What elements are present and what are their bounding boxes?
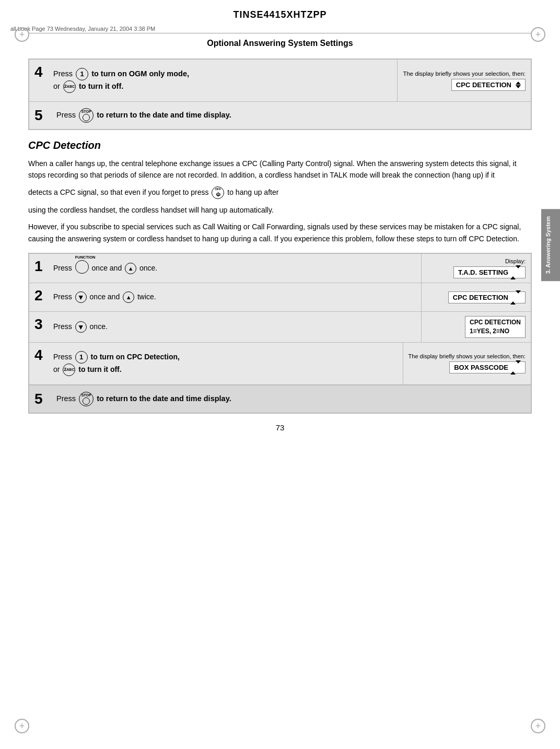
main-content: 4 Press 1 to turn on OGM only mode, or 2…	[28, 58, 532, 414]
btn-nav-down-3[interactable]: ▼	[75, 321, 87, 333]
cpc-step1-text: Press FUNCTION once and ▲ once.	[51, 254, 421, 283]
cpc-step2-screen: CPC DETECTION	[448, 291, 526, 303]
cpc-step3-display: CPC DETECTION 1=YES, 2=NO	[421, 312, 531, 342]
arrow-icon-step2	[510, 294, 521, 301]
upper-step4-screen-text: CPC DETECTION	[456, 81, 511, 89]
cpc-step2-instruction: Press ▼ once and ▲ twice.	[53, 291, 417, 303]
stop-label-cpc: STOP	[81, 393, 91, 397]
upper-step5-text: to return to the date and time display.	[97, 111, 231, 119]
step1-once-and: once and	[92, 263, 124, 272]
upper-step4-content: Press 1 to turn on OGM only mode, or 2AB…	[51, 60, 397, 101]
cpc-steps-box: 1 Press FUNCTION once and ▲ once. D	[28, 253, 532, 414]
upper-step4-display-label: The display briefly shows your selection…	[403, 71, 526, 77]
corner-mark-tl	[15, 27, 29, 42]
arrow-up-s1	[510, 268, 516, 279]
stop-label-text: STOP	[81, 110, 91, 113]
btn-stop-upper[interactable]: STOP	[79, 108, 94, 123]
upper-step5-content: Press STOP to return to the date and tim…	[56, 108, 231, 123]
cpc-step1-number: 1	[29, 254, 51, 283]
arrow-down-s4	[516, 360, 521, 371]
upper-step4-text2: to turn it off.	[79, 82, 123, 90]
cpc-step3-screen: CPC DETECTION 1=YES, 2=NO	[465, 316, 526, 338]
upper-step4-line1: Press 1 to turn on OGM only mode,	[53, 68, 393, 80]
cpc-step2-number: 2	[29, 283, 51, 311]
side-tab: 3. Answering System	[541, 209, 560, 281]
btn-1-cpc[interactable]: 1	[75, 351, 88, 364]
cpc-step4-row: 4 Press 1 to turn on CPC Detection, or 2…	[29, 343, 531, 385]
cpc-step1-screen: T.A.D. SETTING	[453, 266, 526, 278]
cpc-step4-inner: 4 Press 1 to turn on CPC Detection, or 2…	[29, 343, 531, 384]
btn-off-inline[interactable]: OFF ⏻	[212, 186, 224, 199]
step3-once: once.	[90, 322, 108, 331]
cpc-step1-row: 1 Press FUNCTION once and ▲ once. D	[29, 254, 531, 283]
arrow-down-s1	[516, 265, 521, 276]
btn-nav-up-1[interactable]: ▲	[125, 263, 136, 274]
page-title: TINSE4415XHTZPP	[0, 0, 560, 25]
upper-step4-row: 4 Press 1 to turn on OGM only mode, or 2…	[29, 60, 531, 101]
cpc-step2-screen-text: CPC DETECTION	[453, 294, 508, 301]
corner-mark-tr	[531, 27, 545, 42]
cpc-step3-number: 3	[29, 312, 51, 342]
step2-once-and: once and	[90, 292, 122, 301]
corner-mark-br	[531, 719, 545, 733]
cpc-step5-content: Press STOP to return to the date and tim…	[56, 392, 231, 406]
cpc-para3: However, if you subscribe to special ser…	[28, 221, 532, 244]
upper-steps-box: 4 Press 1 to turn on OGM only mode, or 2…	[28, 58, 532, 130]
cpc-step3-screen-line2: 1=YES, 2=NO	[470, 327, 521, 336]
btn-nav-down-2[interactable]: ▼	[75, 291, 87, 303]
cpc-step5-number: 5	[34, 391, 56, 407]
cpc-step3-row: 3 Press ▼ once. CPC DETECTION 1=YES, 2=N…	[29, 312, 531, 343]
cpc-step4-line2: or 2ABC to turn it off.	[53, 364, 399, 376]
corner-mark-bl	[15, 719, 29, 733]
cpc-step5-row: 5 Press STOP to return to the date and t…	[29, 385, 531, 413]
book-info: all.book Page 73 Wednesday, January 21, …	[0, 25, 560, 32]
upper-step5-row: 5 Press STOP to return to the date and t…	[29, 101, 531, 129]
cpc-step4-text2: to turn it off.	[78, 365, 121, 373]
cpc-step3-instruction: Press ▼ once.	[53, 321, 417, 333]
step1-once: once.	[139, 263, 157, 272]
cpc-step1-display: Display: T.A.D. SETTING	[421, 254, 531, 283]
btn-function[interactable]	[75, 260, 89, 274]
cpc-para2-end: using the cordless handset, the cordless…	[28, 204, 532, 216]
cpc-para2: detects a CPC signal, so that even if yo…	[28, 186, 532, 199]
step2-twice: twice.	[137, 292, 156, 301]
cpc-step4-screen-text: BOX PASSCODE	[454, 364, 508, 371]
arrow-icon-step4	[510, 364, 521, 371]
stop-circle-cpc	[83, 397, 90, 405]
cpc-step4-number: 4	[29, 343, 51, 384]
upper-step4-screen: CPC DETECTION	[451, 79, 526, 91]
cpc-section: CPC Detection When a caller hangs up, th…	[28, 139, 532, 244]
cpc-step2-row: 2 Press ▼ once and ▲ twice. CPC DETECTIO…	[29, 283, 531, 312]
btn-func-wrap: FUNCTION	[75, 260, 89, 277]
upper-step4-text1: to turn on OGM only mode,	[91, 69, 189, 78]
cpc-step4-line1: Press 1 to turn on CPC Detection,	[53, 351, 399, 364]
arrow-icon-step1	[510, 268, 521, 276]
arrow-icon-upper4	[516, 81, 521, 88]
btn-2abc-upper[interactable]: 2ABC	[63, 80, 76, 93]
cpc-step1-screen-text: T.A.D. SETTING	[458, 268, 508, 276]
cpc-step5-text: to return to the date and time display.	[97, 394, 231, 403]
btn-2abc-cpc[interactable]: 2ABC	[63, 364, 75, 376]
arrow-down	[516, 85, 521, 88]
cpc-step4-display-label: The display briefly shows your selection…	[409, 353, 526, 359]
btn-1-upper[interactable]: 1	[76, 68, 88, 80]
cpc-step1-display-label: Display:	[505, 258, 526, 264]
cpc-step1-instruction: Press FUNCTION once and ▲ once.	[53, 260, 417, 277]
cpc-para1: When a caller hangs up, the central tele…	[28, 158, 532, 181]
cpc-step4-text1: to turn on CPC Detection,	[91, 353, 180, 361]
arrow-up-s2	[510, 294, 516, 305]
page-number: 73	[0, 414, 560, 437]
arrow-up	[516, 81, 521, 85]
btn-nav-up-2[interactable]: ▲	[123, 291, 134, 303]
cpc-step4-display: The display briefly shows your selection…	[403, 343, 531, 384]
cpc-step2-text: Press ▼ once and ▲ twice.	[51, 283, 421, 311]
stop-circle	[83, 114, 90, 121]
arrow-up-s4	[510, 364, 516, 374]
cpc-step4-screen: BOX PASSCODE	[449, 361, 526, 373]
btn-stop-cpc[interactable]: STOP	[79, 392, 94, 406]
cpc-step3-screen-line1: CPC DETECTION	[470, 318, 521, 327]
off-symbol: ⏻	[216, 192, 220, 198]
arrow-down-s2	[516, 290, 521, 301]
off-label: OFF	[215, 187, 221, 192]
function-label: FUNCTION	[75, 254, 89, 260]
